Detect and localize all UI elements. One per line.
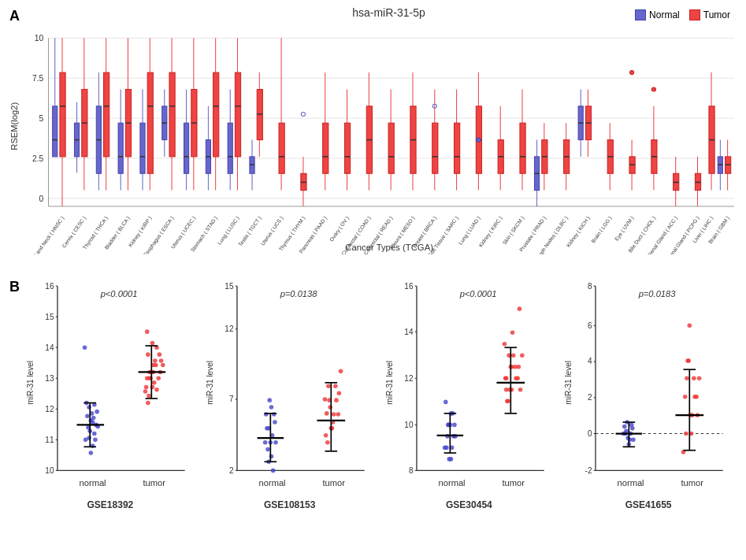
gse30454-label: GSE30454 <box>446 499 492 510</box>
svg-text:14: 14 <box>45 343 54 352</box>
svg-text:2: 2 <box>588 393 592 402</box>
svg-point-125 <box>477 138 481 142</box>
svg-point-362 <box>503 376 507 380</box>
svg-text:15: 15 <box>45 313 54 321</box>
svg-text:14: 14 <box>404 328 414 336</box>
panel-a: A Normal Tumor hsa-miR-31-5p <box>8 6 738 274</box>
scatter-chart-gse30454: miR-31 level 8 10 12 14 16 p<0.0001 norm… <box>380 277 559 557</box>
svg-rect-114 <box>432 123 438 173</box>
svg-point-225 <box>91 420 95 425</box>
svg-point-396 <box>629 423 634 428</box>
svg-point-221 <box>89 451 94 455</box>
svg-text:0: 0 <box>588 429 592 438</box>
svg-point-337 <box>452 423 457 428</box>
svg-text:Kidney ( KICH ): Kidney ( KICH ) <box>566 215 592 248</box>
svg-point-280 <box>267 398 272 402</box>
svg-text:Brain ( LGG ): Brain ( LGG ) <box>590 215 613 244</box>
svg-point-361 <box>516 365 521 369</box>
scatter-svg-gse30454: miR-31 level 8 10 12 14 16 p<0.0001 norm… <box>380 277 559 506</box>
svg-text:2.5: 2.5 <box>32 154 44 163</box>
svg-text:-2: -2 <box>585 466 592 475</box>
svg-text:RSEM(log2): RSEM(log2) <box>9 102 19 150</box>
svg-point-273 <box>263 440 268 445</box>
svg-point-91 <box>301 112 305 116</box>
svg-text:Lung ( LUSC ): Lung ( LUSC ) <box>217 215 241 246</box>
svg-text:Eye ( UVM ): Eye ( UVM ) <box>614 215 635 242</box>
svg-point-409 <box>692 376 696 380</box>
svg-point-285 <box>273 440 278 445</box>
svg-point-306 <box>336 391 341 395</box>
svg-rect-53 <box>169 72 175 157</box>
svg-rect-32 <box>104 72 109 157</box>
svg-rect-71 <box>228 123 232 173</box>
svg-rect-74 <box>235 72 240 157</box>
svg-point-413 <box>697 376 702 380</box>
svg-point-278 <box>265 426 269 431</box>
svg-text:tumor: tumor <box>681 478 704 488</box>
svg-point-281 <box>265 447 270 452</box>
svg-point-363 <box>520 353 525 358</box>
figure-container: A Normal Tumor hsa-miR-31-5p <box>0 0 746 560</box>
svg-point-237 <box>159 358 164 363</box>
svg-point-251 <box>153 358 158 363</box>
gse108153-label: GSE108153 <box>264 499 315 510</box>
svg-text:p<0.0001: p<0.0001 <box>100 289 138 299</box>
svg-text:Uterus ( UCS ): Uterus ( UCS ) <box>260 215 285 247</box>
panel-b-charts: 10 11 12 13 14 15 16 miR-31 level <box>8 277 738 557</box>
panel-b-label: B <box>9 279 20 295</box>
svg-point-354 <box>518 388 522 392</box>
svg-point-399 <box>631 438 636 443</box>
svg-rect-57 <box>184 123 189 173</box>
svg-point-302 <box>334 398 339 402</box>
svg-point-245 <box>144 385 149 390</box>
svg-point-236 <box>143 389 148 394</box>
svg-text:10: 10 <box>35 34 44 43</box>
svg-text:normal: normal <box>258 478 285 488</box>
svg-point-365 <box>517 306 521 311</box>
svg-text:miR-31 level: miR-31 level <box>384 361 393 405</box>
svg-text:Kidney ( KIRC ): Kidney ( KIRC ) <box>477 215 503 248</box>
svg-point-414 <box>688 324 692 328</box>
svg-text:7: 7 <box>229 395 234 403</box>
svg-rect-106 <box>388 123 394 173</box>
svg-text:tumor: tumor <box>322 478 345 488</box>
svg-point-398 <box>624 428 629 433</box>
svg-rect-132 <box>520 123 525 173</box>
svg-text:12: 12 <box>225 325 234 333</box>
svg-point-282 <box>273 420 277 425</box>
legend-normal: Normal <box>635 9 680 20</box>
svg-text:6: 6 <box>588 321 592 330</box>
svg-text:10: 10 <box>45 466 54 475</box>
svg-text:12: 12 <box>45 405 54 414</box>
svg-point-165 <box>651 87 655 91</box>
legend-normal-label: Normal <box>649 9 680 20</box>
svg-point-364 <box>503 388 508 392</box>
gse18392-label: GSE18392 <box>87 499 134 510</box>
svg-text:Testis ( TGCT ): Testis ( TGCT ) <box>237 215 262 247</box>
svg-rect-43 <box>140 123 145 173</box>
legend-normal-box <box>635 9 646 20</box>
svg-point-353 <box>502 342 507 347</box>
svg-text:normal: normal <box>618 478 644 488</box>
svg-text:8: 8 <box>408 466 413 475</box>
svg-point-220 <box>95 410 99 414</box>
svg-text:7.5: 7.5 <box>32 74 44 83</box>
svg-point-287 <box>269 405 273 410</box>
svg-rect-85 <box>279 123 284 173</box>
svg-point-416 <box>692 395 697 399</box>
svg-point-253 <box>154 388 159 392</box>
svg-point-410 <box>684 432 688 436</box>
svg-point-301 <box>332 412 336 417</box>
svg-text:normal: normal <box>80 478 106 488</box>
svg-rect-98 <box>344 123 350 173</box>
svg-text:12: 12 <box>404 374 414 383</box>
svg-point-339 <box>443 400 447 405</box>
svg-point-249 <box>150 341 155 346</box>
svg-point-297 <box>336 412 340 417</box>
svg-text:Ovary ( OV ): Ovary ( OV ) <box>328 215 351 243</box>
svg-text:4: 4 <box>588 357 592 365</box>
svg-point-298 <box>322 397 327 402</box>
svg-text:p=0.0183: p=0.0183 <box>638 289 677 299</box>
svg-text:Skin ( SKCM ): Skin ( SKCM ) <box>501 215 525 246</box>
svg-point-224 <box>83 345 87 350</box>
